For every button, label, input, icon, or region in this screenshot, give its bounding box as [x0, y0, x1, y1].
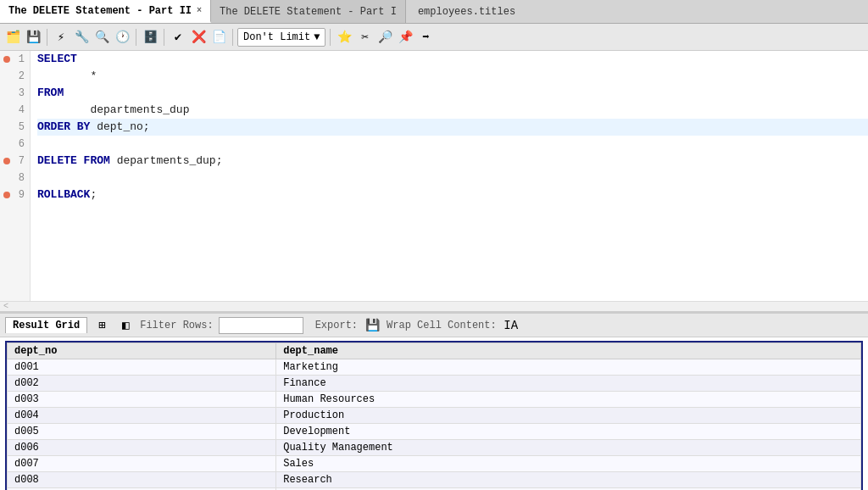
cell-dept-name: Sales: [276, 456, 861, 472]
line-num-6: 6: [0, 136, 30, 153]
breakpoint-9: [3, 192, 10, 198]
line-num-3: 3: [0, 85, 30, 102]
code-line-5: ORDER BY dept_no;: [37, 119, 868, 136]
tab-delete-part1-label: The DELETE Statement - Part I: [220, 6, 397, 18]
code-line-8: [37, 170, 868, 187]
db-icon[interactable]: 🗄️: [141, 28, 159, 47]
result-grid-tab[interactable]: Result Grid: [5, 317, 87, 333]
tab-employees-titles[interactable]: employees.titles: [406, 0, 527, 23]
line-num-9: 9: [0, 187, 30, 203]
cell-dept-name: Quality Management: [276, 440, 861, 456]
cancel-icon[interactable]: ❌: [189, 28, 208, 47]
toolbar: 🗂️ 💾 ⚡ 🔧 🔍 🕐 🗄️ ✔️ ❌ 📄 Don't Limit ▼ ⭐ ✂…: [0, 24, 868, 51]
table-body: d001Marketingd002Financed003Human Resour…: [8, 359, 861, 491]
table-header-row: dept_no dept_name: [8, 343, 861, 359]
zoom-icon[interactable]: 🔎: [376, 28, 394, 47]
cell-dept-name: Finance: [276, 376, 861, 392]
result-grid-icon[interactable]: ⊞: [92, 316, 111, 335]
cell-dept-no: d002: [8, 376, 276, 392]
result-toolbar: Result Grid ⊞ ◧ Filter Rows: Export: 💾 W…: [0, 314, 868, 337]
tab-delete-part1[interactable]: The DELETE Statement - Part I: [211, 0, 406, 23]
code-line-7: DELETE FROM departments_dup;: [37, 153, 868, 170]
table-row: d001Marketing: [8, 359, 861, 376]
tab-employees-titles-label: employees.titles: [418, 6, 515, 18]
toolbar-separator-1: [47, 29, 47, 46]
cell-dept-no: d004: [8, 408, 276, 424]
cell-dept-name: Human Resources: [276, 392, 861, 408]
star-icon[interactable]: ⭐: [335, 28, 353, 47]
cell-dept-name: Development: [276, 424, 861, 440]
toolbar-separator-5: [330, 29, 331, 46]
arrow-right-icon[interactable]: ➡️: [416, 28, 435, 47]
scroll-left-icon: <: [3, 302, 8, 311]
line-num-5: 5: [0, 119, 30, 136]
toolbar-separator-4: [232, 29, 233, 46]
history-icon[interactable]: 🕐: [113, 28, 131, 47]
filter-rows-input[interactable]: [219, 317, 303, 334]
line-num-8: 8: [0, 170, 30, 187]
limit-label: Don't Limit: [243, 31, 310, 43]
line-num-4: 4: [0, 102, 30, 119]
code-line-6: [37, 136, 868, 153]
tab-delete-part2-label: The DELETE Statement - Part II: [8, 5, 192, 17]
cell-dept-no: d005: [8, 424, 276, 440]
line-num-7: 7: [0, 153, 30, 170]
cell-dept-no: d003: [8, 392, 276, 408]
result-table: dept_no dept_name d001Marketingd002Finan…: [7, 342, 861, 490]
result-form-icon[interactable]: ◧: [116, 316, 135, 335]
tab-delete-part2-close[interactable]: ×: [197, 6, 202, 15]
breakpoint-1: [3, 56, 10, 63]
line-num-1: 1: [0, 51, 30, 68]
open-folder-icon[interactable]: 🗂️: [3, 28, 22, 47]
result-grid-label: Result Grid: [13, 320, 80, 331]
table-row: d002Finance: [8, 376, 861, 392]
check-icon[interactable]: ✔️: [169, 28, 187, 47]
save-icon[interactable]: 💾: [24, 28, 42, 47]
breakpoint-7: [3, 158, 10, 164]
dropdown-chevron-icon: ▼: [314, 31, 320, 43]
code-line-9: ROLLBACK;: [37, 187, 868, 203]
horizontal-scrollbar[interactable]: <: [0, 301, 868, 311]
filter-rows-label: Filter Rows:: [140, 320, 213, 331]
format-icon[interactable]: 🔧: [72, 28, 91, 47]
execute-icon[interactable]: ⚡: [52, 28, 70, 47]
tab-bar: The DELETE Statement - Part II × The DEL…: [0, 0, 868, 24]
code-line-3: FROM: [37, 85, 868, 102]
cell-dept-no: d001: [8, 359, 276, 376]
table-row: d008Research: [8, 472, 861, 488]
cell-dept-name: Research: [276, 472, 861, 488]
cell-dept-no: d008: [8, 472, 276, 488]
toolbar-separator-3: [164, 29, 164, 46]
wrap-cell-label: Wrap Cell Content:: [387, 320, 497, 331]
toolbar-separator-2: [136, 29, 136, 46]
table-row: d007Sales: [8, 456, 861, 472]
code-area[interactable]: SELECT * FROM departments_dup ORDER BY d…: [31, 51, 868, 301]
col-dept-name: dept_name: [276, 343, 861, 359]
bottom-panel: Result Grid ⊞ ◧ Filter Rows: Export: 💾 W…: [0, 314, 868, 490]
export-icon[interactable]: 💾: [363, 316, 381, 335]
cell-dept-name: Production: [276, 408, 861, 424]
code-line-1: SELECT: [37, 51, 868, 68]
code-line-4: departments_dup: [37, 102, 868, 119]
search-icon[interactable]: 🔍: [92, 28, 111, 47]
limit-dropdown[interactable]: Don't Limit ▼: [237, 28, 326, 47]
col-dept-no: dept_no: [8, 343, 276, 359]
line-numbers: 1 2 3 4 5 6 7 8 9: [0, 51, 31, 301]
file-icon[interactable]: 📄: [209, 28, 228, 47]
table-row: d006Quality Management: [8, 440, 861, 456]
tab-delete-part2[interactable]: The DELETE Statement - Part II ×: [0, 0, 211, 23]
table-row: d005Development: [8, 424, 861, 440]
code-line-2: *: [37, 68, 868, 85]
table-row: d003Human Resources: [8, 392, 861, 408]
export-label: Export:: [315, 320, 358, 331]
scissors-icon[interactable]: ✂️: [355, 28, 374, 47]
wrap-icon[interactable]: IA: [502, 316, 520, 335]
line-num-2: 2: [0, 68, 30, 85]
cell-dept-name: Marketing: [276, 359, 861, 376]
cell-dept-no: d007: [8, 456, 276, 472]
data-table-container: dept_no dept_name d001Marketingd002Finan…: [5, 341, 863, 490]
editor-content[interactable]: 1 2 3 4 5 6 7 8 9 SELECT * FROM departm: [0, 51, 868, 301]
table-row: d004Production: [8, 408, 861, 424]
pin-icon[interactable]: 📌: [396, 28, 415, 47]
editor-container: 1 2 3 4 5 6 7 8 9 SELECT * FROM departm: [0, 51, 868, 314]
